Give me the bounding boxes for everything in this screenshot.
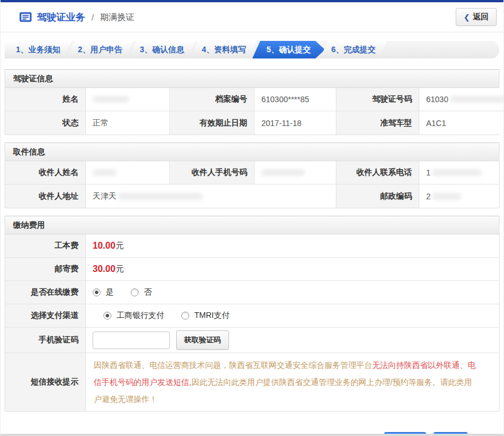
address-value: 天津天	[86, 185, 336, 208]
bottom-divider-bar	[1, 434, 503, 436]
work-fee-label: 工本费	[5, 234, 86, 258]
radio-no-label: 否	[144, 287, 152, 297]
step-6-complete-submit[interactable]: 6、完成提交	[320, 41, 387, 58]
redacted-value	[93, 169, 116, 176]
step-1-business-notice[interactable]: 1、业务须知	[5, 41, 72, 58]
online-pay-label: 是否在线缴费	[5, 281, 86, 304]
radio-online-yes[interactable]: 是	[93, 287, 114, 297]
page: 驾驶证业务 / 期满换证 ❮ 返回 1、业务须知 2、用户申告 3、确认信息 4…	[0, 0, 504, 436]
recipient-name-value	[86, 161, 170, 185]
vehicle-class-value: A1C1	[419, 111, 504, 135]
vehicle-class-label: 准驾车型	[336, 111, 419, 135]
license-no-partial: 61030	[426, 95, 448, 104]
step-3-confirm-info[interactable]: 3、确认信息	[128, 41, 195, 58]
name-label: 姓名	[5, 88, 86, 111]
breadcrumb: 驾驶证业务 / 期满换证	[19, 11, 134, 24]
post-fee-label: 邮寄费	[5, 258, 86, 281]
expiry-label: 有效期止日期	[170, 111, 255, 135]
license-no-value: 61030	[419, 88, 504, 111]
page-title: 驾驶证业务	[37, 11, 85, 24]
sms-tip-label: 短信接收提示	[5, 353, 86, 411]
breadcrumb-separator: /	[91, 12, 94, 22]
work-fee-amount: 10.00	[93, 241, 115, 251]
sms-code-input[interactable]	[93, 332, 170, 349]
radio-channel-tmri[interactable]: TMRI支付	[181, 311, 230, 321]
redacted-value	[261, 169, 305, 176]
recipient-name-label: 收件人姓名	[5, 161, 86, 185]
chevron-left-icon: ❮	[464, 13, 470, 22]
breadcrumb-current: 期满换证	[100, 12, 134, 23]
redacted-value	[432, 169, 482, 176]
license-info-table: 姓名 档案编号 610300****85 驾驶证号码 61030 状态 正常 有…	[5, 88, 499, 135]
radio-channel-icbc[interactable]: 工商银行支付	[103, 311, 164, 321]
radio-online-no[interactable]: 否	[131, 287, 152, 297]
form-list-icon	[19, 11, 32, 23]
postcode-label: 邮政编码	[336, 185, 419, 208]
radio-yes-label: 是	[106, 287, 114, 297]
pay-channel-label: 选择支付渠道	[5, 304, 86, 328]
expiry-value: 2017-11-18	[255, 111, 336, 135]
file-no-value: 610300****85	[255, 88, 336, 111]
radio-tmri-label: TMRI支付	[194, 311, 230, 321]
pickup-info-title: 取件信息	[5, 143, 499, 161]
radio-dot-icon	[181, 312, 189, 320]
back-button-label: 返回	[473, 12, 489, 22]
redacted-value	[432, 193, 461, 200]
radio-icbc-label: 工商银行支付	[116, 311, 164, 321]
back-button[interactable]: ❮ 返回	[456, 8, 497, 26]
pickup-info-section: 取件信息 收件人姓名 收件人手机号码 收件人联系电话 1 收件人地址 天津天 邮…	[5, 142, 499, 208]
pay-channel-options: 工商银行支付 TMRI支付	[86, 304, 499, 328]
steps-bar: 1、业务须知 2、用户申告 3、确认信息 4、资料填写 5、确认提交 6、完成提…	[5, 41, 499, 58]
recipient-mobile-value	[255, 161, 336, 185]
redacted-value	[118, 193, 203, 200]
recipient-mobile-label: 收件人手机号码	[170, 161, 255, 185]
name-value	[86, 88, 170, 111]
status-value: 正常	[86, 111, 170, 135]
currency-unit: 元	[116, 264, 124, 274]
postcode-partial: 2	[426, 192, 431, 201]
step-5-confirm-submit-active[interactable]: 5、确认提交	[252, 41, 325, 58]
online-pay-options: 是 否	[86, 281, 499, 304]
license-info-section: 驾驶证信息 姓名 档案编号 610300****85 驾驶证号码 61030 状…	[5, 69, 499, 135]
currency-unit: 元	[116, 241, 124, 251]
redacted-value	[93, 96, 129, 103]
sms-tip-part1: 因陕西省联通、电信运营商技术问题，陕西省互联网交通安全综合服务管理平台	[94, 360, 372, 370]
license-info-title: 驾驶证信息	[5, 70, 499, 88]
step-4-fill-data[interactable]: 4、资料填写	[190, 41, 257, 58]
address-partial: 天津天	[93, 191, 116, 202]
sms-code-label: 手机验证码	[5, 328, 86, 353]
radio-dot-icon	[131, 288, 139, 296]
sms-code-row: 获取验证码	[86, 328, 499, 353]
post-fee-value: 30.00 元	[86, 258, 499, 281]
recipient-phone-label: 收件人联系电话	[336, 161, 419, 185]
post-fee-amount: 30.00	[93, 264, 115, 274]
payment-section: 缴纳费用 工本费 10.00 元 邮寄费 30.00 元 是否在线缴费 是 否	[5, 216, 499, 412]
payment-table: 工本费 10.00 元 邮寄费 30.00 元 是否在线缴费 是 否	[5, 234, 499, 411]
pickup-info-table: 收件人姓名 收件人手机号码 收件人联系电话 1 收件人地址 天津天 邮政编码 2	[5, 161, 499, 208]
postcode-value: 2	[419, 185, 499, 208]
payment-title: 缴纳费用	[5, 216, 499, 234]
license-no-label: 驾驶证号码	[336, 88, 419, 111]
file-no-label: 档案编号	[170, 88, 255, 111]
redacted-value	[449, 96, 504, 103]
radio-dot-icon	[93, 288, 101, 296]
address-label: 收件人地址	[5, 185, 86, 208]
recipient-phone-value: 1	[419, 161, 499, 185]
work-fee-value: 10.00 元	[86, 234, 499, 258]
status-label: 状态	[5, 111, 86, 135]
header: 驾驶证业务 / 期满换证 ❮ 返回	[1, 2, 503, 32]
recipient-phone-partial: 1	[426, 168, 431, 177]
step-2-user-declaration[interactable]: 2、用户申告	[66, 41, 134, 58]
sms-tip-text: 因陕西省联通、电信运营商技术问题，陕西省互联网交通安全综合服务管理平台无法向持陕…	[86, 353, 499, 411]
get-code-button[interactable]: 获取验证码	[176, 330, 229, 350]
radio-dot-icon	[103, 312, 111, 320]
